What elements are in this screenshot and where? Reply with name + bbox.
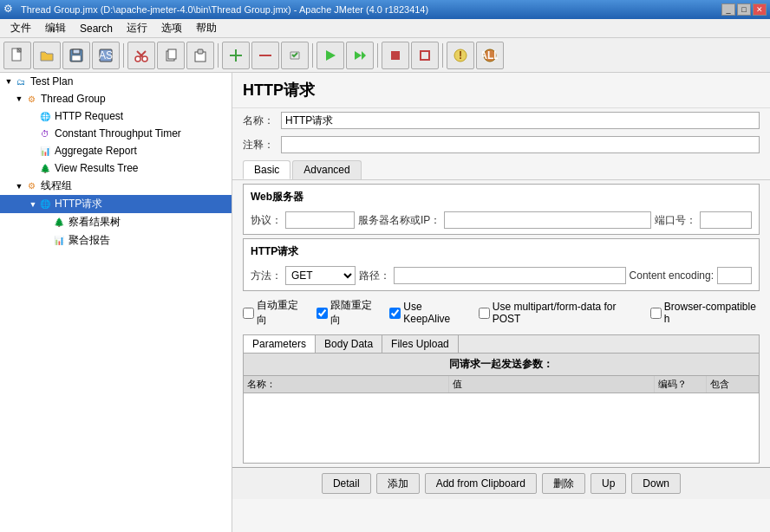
follow-redirect-input[interactable]	[316, 308, 328, 319]
multipart-checkbox[interactable]: Use multipart/form-data for POST	[479, 301, 640, 325]
start-button[interactable]	[316, 42, 344, 69]
tree-item-testplan[interactable]: ▼ 🗂 Test Plan	[0, 73, 232, 90]
keepalive-input[interactable]	[389, 308, 401, 319]
panel-title: HTTP请求	[232, 73, 770, 108]
right-panel: HTTP请求 名称： 注释： Basic Advanced Web服务器 协议：…	[232, 73, 770, 532]
aggregatereport2-label: 聚合报告	[69, 233, 110, 248]
params-body	[244, 393, 759, 463]
no-arrow	[28, 129, 38, 138]
shutdown-button[interactable]	[411, 42, 439, 69]
viewresults2-icon: 🌲	[52, 216, 66, 230]
svg-rect-4	[73, 49, 80, 54]
follow-redirect-checkbox[interactable]: 跟随重定向	[316, 298, 380, 328]
keepalive-checkbox[interactable]: Use KeepAlive	[389, 301, 468, 325]
http-icon: 🌐	[38, 109, 52, 123]
close-button[interactable]: ✕	[753, 3, 767, 16]
toggle-button[interactable]	[281, 42, 309, 69]
new-button[interactable]	[3, 42, 31, 69]
clear-button[interactable]: !	[447, 42, 474, 69]
httprequest1-label: HTTP Request	[55, 110, 123, 122]
auto-redirect-checkbox[interactable]: 自动重定向	[243, 298, 306, 328]
tree-item-timer[interactable]: ⏱ Constant Throughput Timer	[0, 125, 232, 142]
menu-help[interactable]: 帮助	[189, 19, 224, 37]
browser-compat-checkbox[interactable]: Browser-compatible h	[650, 301, 760, 325]
add-clipboard-button[interactable]: Add from Clipboard	[425, 473, 537, 494]
params-tab-parameters[interactable]: Parameters	[244, 335, 316, 353]
svg-point-11	[142, 56, 147, 62]
remove-button[interactable]	[251, 42, 279, 69]
stop-button[interactable]	[382, 42, 409, 69]
cut-button[interactable]	[127, 42, 155, 69]
port-input[interactable]	[700, 211, 752, 229]
svg-marker-21	[362, 51, 366, 60]
clear-all-button[interactable]: ALL	[476, 42, 504, 69]
main-tab-bar: Basic Advanced	[232, 157, 770, 180]
protocol-input[interactable]	[285, 211, 355, 229]
start-no-pauses-button[interactable]	[346, 42, 374, 69]
add-button[interactable]	[222, 42, 250, 69]
params-header: 同请求一起发送参数：	[244, 354, 759, 376]
multipart-input[interactable]	[479, 308, 490, 319]
tree-item-viewresults[interactable]: 🌲 View Results Tree	[0, 159, 232, 177]
expand-arrow: ▼	[14, 94, 24, 103]
comment-row: 注释：	[232, 133, 770, 157]
browser-compat-input[interactable]	[650, 308, 662, 319]
httprequest-title: HTTP请求	[247, 243, 755, 261]
down-button[interactable]: Down	[631, 473, 681, 494]
params-tab-bodydata[interactable]: Body Data	[316, 335, 382, 353]
tree-item-threadgroup[interactable]: ▼ ⚙ Thread Group	[0, 90, 232, 107]
menu-options[interactable]: 选项	[154, 19, 189, 37]
menu-run[interactable]: 运行	[120, 19, 154, 37]
add-param-button[interactable]: 添加	[376, 473, 420, 494]
tree-item-httprequest1[interactable]: 🌐 HTTP Request	[0, 107, 232, 125]
tab-basic[interactable]: Basic	[243, 160, 290, 179]
tab-advanced[interactable]: Advanced	[292, 160, 361, 179]
comment-input[interactable]	[281, 136, 760, 153]
svg-text:!: !	[459, 49, 462, 62]
no-arrow	[42, 218, 52, 227]
expand-arrow: ▼	[14, 182, 24, 191]
tree-item-viewresults2[interactable]: 🌲 察看结果树	[0, 213, 232, 231]
open-button[interactable]	[33, 42, 61, 69]
tree-item-linegroup[interactable]: ▼ ⚙ 线程组	[0, 177, 232, 195]
path-input[interactable]	[394, 267, 626, 284]
menu-file[interactable]: 文件	[3, 19, 38, 37]
webserver-title: Web服务器	[247, 188, 755, 206]
action-buttons-row: Detail 添加 Add from Clipboard 删除 Up Down	[232, 467, 770, 499]
comment-label: 注释：	[243, 138, 277, 152]
expand-arrow: ▼	[28, 200, 38, 209]
timer-icon: ⏱	[38, 127, 52, 140]
tree-item-aggregate[interactable]: 📊 Aggregate Report	[0, 142, 232, 159]
delete-button[interactable]: 删除	[542, 473, 585, 494]
aggregate-label: Aggregate Report	[55, 145, 137, 157]
minimize-button[interactable]: _	[721, 3, 735, 16]
svg-rect-17	[235, 49, 237, 62]
tree-item-aggregatereport2[interactable]: 📊 聚合报告	[0, 231, 232, 250]
window-controls: _ □ ✕	[721, 3, 767, 16]
method-label: 方法：	[251, 269, 282, 283]
params-tab-filesupload[interactable]: Files Upload	[382, 335, 459, 353]
paste-button[interactable]	[186, 42, 214, 69]
server-input[interactable]	[444, 211, 651, 229]
maximize-button[interactable]: □	[737, 3, 751, 16]
up-button[interactable]: Up	[591, 473, 626, 494]
saveas-button[interactable]: AS	[92, 42, 120, 69]
threadgroup-icon: ⚙	[24, 92, 38, 106]
method-select[interactable]: GET POST PUT DELETE HEAD OPTIONS PATCH	[285, 266, 356, 285]
menu-search[interactable]: Search	[73, 21, 120, 36]
params-tab-bar: Parameters Body Data Files Upload	[244, 335, 759, 354]
detail-button[interactable]: Detail	[322, 473, 371, 494]
params-section: Parameters Body Data Files Upload 同请求一起发…	[243, 334, 760, 464]
auto-redirect-input[interactable]	[243, 308, 254, 319]
linegroup-icon: ⚙	[24, 179, 38, 193]
menu-edit[interactable]: 编辑	[38, 19, 73, 37]
save-button[interactable]	[62, 42, 90, 69]
params-column-headers: 名称： 值 编码？ 包含	[244, 376, 759, 393]
toolbar-separator-2	[218, 43, 219, 68]
encoding-input[interactable]	[717, 267, 752, 284]
tree-item-httprequest2[interactable]: ▼ 🌐 HTTP请求	[0, 195, 232, 213]
titlebar: ⚙ Thread Group.jmx (D:\apache-jmeter-4.0…	[0, 0, 770, 19]
name-input[interactable]	[281, 112, 760, 129]
encoding-label: Content encoding:	[630, 269, 714, 282]
copy-button[interactable]	[157, 42, 185, 69]
